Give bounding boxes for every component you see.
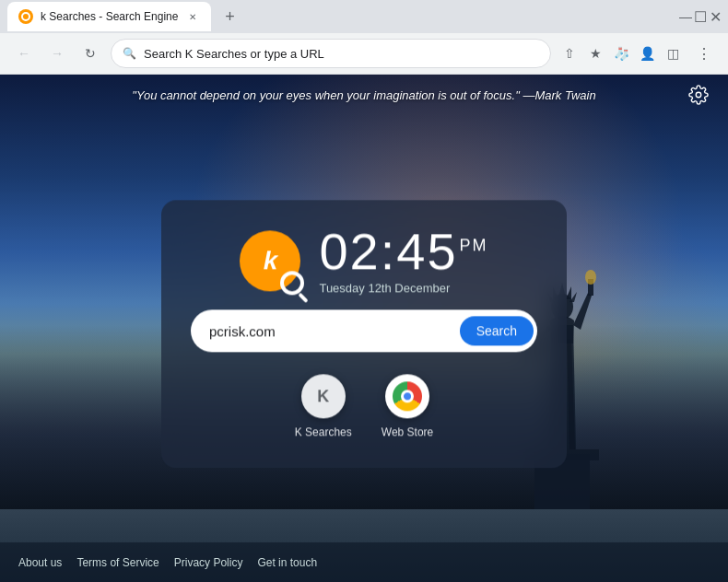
chrome-center <box>401 390 414 402</box>
address-bar: ← → ↻ 🔍 Search K Searches or type a URL … <box>0 33 728 74</box>
logo-magnifier <box>280 271 304 295</box>
tab-favicon <box>18 9 33 24</box>
footer-terms-link[interactable]: Terms of Service <box>76 556 159 569</box>
url-text: Search K Searches or type a URL <box>144 47 539 61</box>
search-bar[interactable]: Search <box>191 309 537 352</box>
search-button[interactable]: Search <box>460 316 534 345</box>
browser-menu-button[interactable]: ⋮ <box>691 41 717 66</box>
chrome-logo <box>393 381 422 411</box>
search-icon: 🔍 <box>123 47 136 60</box>
shortcuts-row: K K Searches Web Store <box>295 374 434 438</box>
share-button[interactable]: ⇧ <box>558 42 581 64</box>
card-top: k 02:45PM Tuesday 12th December <box>191 226 537 295</box>
shortcut-k-searches[interactable]: K K Searches <box>295 374 352 438</box>
clock-section: 02:45PM Tuesday 12th December <box>319 226 487 295</box>
maximize-button[interactable]: ☐ <box>695 11 706 22</box>
footer-contact-link[interactable]: Get in touch <box>257 556 317 569</box>
settings-button[interactable] <box>684 80 713 110</box>
page-content: "You cannot depend on your eyes when you… <box>0 75 728 582</box>
clock-period: PM <box>460 237 488 255</box>
clock-hours: 02 <box>319 222 380 280</box>
search-card: k 02:45PM Tuesday 12th December Search K… <box>161 200 567 468</box>
profile-button[interactable]: 👤 <box>636 42 658 64</box>
tab-close-button[interactable]: ✕ <box>185 9 200 24</box>
footer-about-link[interactable]: About us <box>18 556 62 569</box>
extensions-button[interactable]: 🧦 <box>610 42 632 64</box>
clock-time: 02:45PM <box>319 226 487 277</box>
footer-privacy-link[interactable]: Privacy Policy <box>174 556 243 569</box>
forward-button[interactable]: → <box>44 41 70 66</box>
search-input[interactable] <box>209 323 452 339</box>
k-searches-label: K Searches <box>295 425 352 438</box>
logo-letter: k <box>264 246 278 275</box>
k-searches-icon: K <box>301 374 346 418</box>
web-store-label: Web Store <box>382 425 433 438</box>
svg-point-9 <box>585 270 596 285</box>
close-button[interactable]: ✕ <box>710 11 721 22</box>
shortcut-web-store[interactable]: Web Store <box>382 374 433 438</box>
tab-strip-button[interactable]: ◫ <box>662 42 684 64</box>
window-controls: — ☐ ✕ <box>680 11 721 22</box>
reload-button[interactable]: ↻ <box>77 41 103 66</box>
tab-title: k Searches - Search Engine <box>41 10 178 23</box>
quote-bar: "You cannot depend on your eyes when you… <box>0 75 728 115</box>
tab-favicon-inner <box>21 12 30 21</box>
quote-text: "You cannot depend on your eyes when you… <box>132 88 595 102</box>
web-store-icon <box>385 374 429 418</box>
new-tab-button[interactable]: + <box>217 4 242 29</box>
gear-icon <box>688 85 709 105</box>
browser-tab[interactable]: k Searches - Search Engine ✕ <box>7 2 211 31</box>
back-button[interactable]: ← <box>11 41 37 66</box>
url-bar[interactable]: 🔍 Search K Searches or type a URL <box>111 39 551 68</box>
app-logo: k <box>240 230 300 291</box>
title-bar: k Searches - Search Engine ✕ + — ☐ ✕ <box>0 0 728 33</box>
clock-minutes: 45 <box>396 222 457 280</box>
minimize-button[interactable]: — <box>680 11 691 22</box>
clock-date: Tuesday 12th December <box>319 281 450 295</box>
browser-chrome: k Searches - Search Engine ✕ + — ☐ ✕ ← →… <box>0 0 728 75</box>
page-footer: About us Terms of Service Privacy Policy… <box>0 542 728 582</box>
url-bar-actions: ⇧ ★ 🧦 👤 ◫ <box>558 42 684 64</box>
bookmark-button[interactable]: ★ <box>584 42 606 64</box>
